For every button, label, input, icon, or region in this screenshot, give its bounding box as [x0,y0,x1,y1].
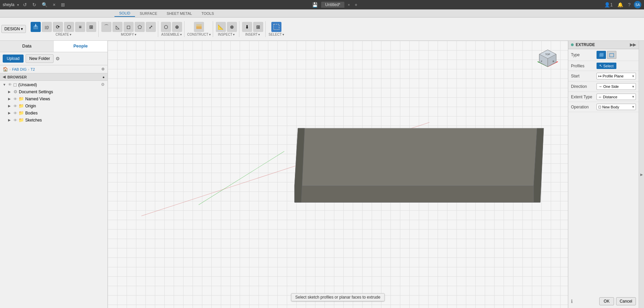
tab-tools[interactable]: TOOLS [197,10,218,16]
folder-icon-origin: 📁 [19,103,24,108]
save-icon[interactable]: 💾 [311,1,319,8]
new-tab-icon[interactable]: + [353,1,359,8]
sidebar-tab-people[interactable]: People [54,41,108,52]
browser-header: ◀ BROWSER ● [0,73,107,81]
svg-rect-5 [196,24,202,27]
undo-icon[interactable]: ↺ [22,1,28,8]
assemble-label[interactable]: ASSEMBLE ▾ [161,33,182,36]
select-mode-icon[interactable] [271,22,281,32]
construct-label[interactable]: CONSTRUCT ▾ [187,33,211,36]
collapse-arrow-icon: ▶ [640,173,643,176]
create-label[interactable]: CREATE ▾ [56,33,71,36]
help-icon[interactable]: ? [626,1,632,8]
direction-label: Direction [571,84,595,89]
fillet-icon[interactable]: ⌒ [101,22,111,32]
offset-plane-icon[interactable] [194,22,204,32]
upload-button[interactable]: Upload [3,55,24,63]
extrude-icon[interactable] [31,22,41,32]
breadcrumb-item-fabdig[interactable]: FAB DIG [12,67,27,71]
browser-item-bodies[interactable]: ▶ 👁 📁 Bodies [0,109,107,116]
user-initials[interactable]: SA [634,1,641,8]
visibility-icon-unsaved[interactable]: 👁 [8,82,12,87]
browser-collapse-icon[interactable]: ◀ [3,75,5,79]
type-solid-button[interactable] [597,51,606,59]
browser-item-named-views[interactable]: ▶ 👁 📁 Named Views [0,95,107,102]
construct-icons [194,22,204,32]
close-tab-icon[interactable]: × [346,2,351,7]
expand-arrow-origin[interactable]: ▶ [8,104,12,108]
expand-arrow-doc[interactable]: ▶ [8,90,12,94]
close-icon[interactable]: × [52,1,57,8]
user-dropdown-icon[interactable]: ▾ [17,3,19,7]
panel-collapse-handle[interactable]: ▶ [639,41,644,308]
browser-expand-icon[interactable]: ● [102,75,105,79]
start-dropdown[interactable]: ↦ Profile Plane ▾ [597,73,636,79]
browser-item-unsaved[interactable]: ▼ 👁 ◻ (Unsaved) ⚙ [0,81,107,88]
select-label[interactable]: SELECT ▾ [269,33,284,36]
extrude-row-profiles: Profiles ↖ Select [568,61,639,71]
sweep-icon[interactable]: ⟳ [53,22,63,32]
search-icon[interactable]: 🔍 [40,1,49,8]
extrude-collapse-icon[interactable]: ▶▶ [630,42,636,47]
rib-icon[interactable]: ≡ [75,22,85,32]
draft-icon[interactable]: ⬠ [135,22,145,32]
tab-solid[interactable]: SOLID [114,10,135,17]
web-icon[interactable]: ⊞ [86,22,96,32]
ok-button[interactable]: OK [599,297,614,305]
vis-icon-origin[interactable]: 👁 [13,104,17,108]
modify-label[interactable]: MODIFY ▾ [121,33,136,36]
expand-arrow-named-views[interactable]: ▶ [8,97,12,101]
chamfer-icon[interactable]: ◺ [112,22,123,32]
view-cube[interactable]: TOP F R [534,45,561,72]
design-label: DESIGN [4,27,20,31]
breadcrumb-item-t2[interactable]: T2 [31,67,35,71]
unsaved-options-icon[interactable]: ⚙ [101,82,105,87]
design-button[interactable]: DESIGN ▾ [1,25,26,33]
revolve-icon[interactable] [42,22,52,32]
profiles-select-button[interactable]: ↖ Select [597,63,616,69]
account-icon[interactable]: 👤1 [603,1,614,8]
user-menu[interactable]: sheyla [3,2,14,7]
sidebar-settings-button[interactable]: ⚙ [56,56,60,61]
browser-item-document-settings[interactable]: ▶ ⚙ Document Settings [0,88,107,95]
toolbar-group-assemble: ⬡ ⊕ ASSEMBLE ▾ [159,21,184,37]
cancel-button[interactable]: Cancel [616,297,636,305]
insert-mesh-icon[interactable]: ⊞ [253,22,263,32]
scale-icon[interactable]: ⤢ [146,22,156,32]
apps-icon[interactable]: ⊞ [60,1,66,8]
interference-icon[interactable]: ⊗ [227,22,237,32]
insert-derive-icon[interactable]: ⬇ [242,22,252,32]
folder-icon-bodies: 📁 [19,110,24,115]
expand-arrow-bodies[interactable]: ▶ [8,111,12,115]
expand-arrow-sketches[interactable]: ▶ [8,118,12,122]
viewport[interactable]: TOP F R Select sketch profiles or planar… [108,41,568,308]
tab-surface[interactable]: SURFACE [135,10,162,16]
svg-text:R: R [552,60,554,63]
insert-label[interactable]: INSERT ▾ [245,33,260,36]
measure-icon[interactable]: 📐 [216,22,226,32]
joint-icon[interactable]: ⊕ [172,22,182,32]
home-icon[interactable]: 🏠 [3,67,8,72]
info-icon[interactable]: ℹ [571,299,573,304]
new-component-icon[interactable]: ⬡ [161,22,171,32]
browser-item-origin[interactable]: ▶ 👁 📁 Origin [0,102,107,109]
extent-type-dropdown[interactable]: ↔ Distance ▾ [597,94,636,100]
loft-icon[interactable]: ⬡ [64,22,74,32]
new-folder-button[interactable]: New Folder [26,54,54,63]
notification-icon[interactable]: 🔔 [616,1,624,8]
operation-dropdown[interactable]: ◻ New Body ▾ [597,104,636,110]
toolbar-row: DESIGN ▾ ⟳ ⬡ ≡ ⊞ CREATE ▾ [0,18,644,40]
redo-icon[interactable]: ↻ [31,1,38,8]
inspect-label[interactable]: INSPECT ▾ [218,33,235,36]
vis-icon-sketches[interactable]: 👁 [13,118,17,122]
sidebar-tab-data[interactable]: Data [0,41,54,52]
expand-arrow-unsaved[interactable]: ▼ [3,83,7,87]
type-surface-button[interactable] [607,51,616,59]
breadcrumb-settings-icon[interactable]: ⚙ [101,67,105,71]
tab-sheet-metal[interactable]: SHEET METAL [162,10,197,16]
vis-icon-named-views[interactable]: 👁 [13,97,17,101]
shell-icon[interactable]: ◻ [124,22,134,32]
browser-item-sketches[interactable]: ▶ 👁 📁 Sketches [0,116,107,124]
vis-icon-bodies[interactable]: 👁 [13,111,17,115]
direction-dropdown[interactable]: → One Side ▾ [597,83,636,90]
